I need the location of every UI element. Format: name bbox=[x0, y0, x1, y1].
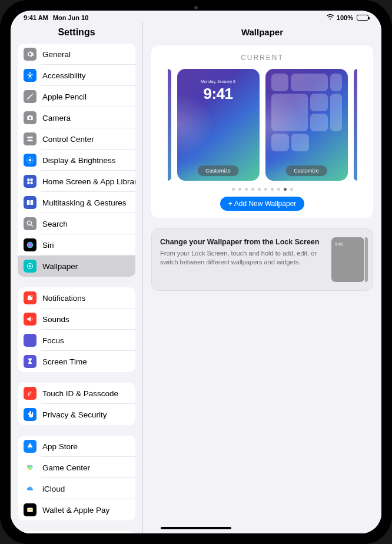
battery-icon bbox=[357, 15, 368, 21]
current-label: CURRENT bbox=[157, 54, 367, 62]
page-dot[interactable] bbox=[238, 188, 241, 191]
svg-point-14 bbox=[29, 265, 31, 267]
sidebar-item-label: Screen Time bbox=[42, 357, 87, 366]
lock-screen-preview[interactable]: Monday, January 8 9:41 Customize bbox=[177, 69, 260, 181]
sidebar-item-label: Display & Brightness bbox=[42, 156, 116, 165]
sidebar-item-control-center[interactable]: Control Center bbox=[18, 128, 135, 150]
preview-peek-left[interactable] bbox=[168, 69, 171, 181]
sidebar-item-label: Multitasking & Gestures bbox=[42, 198, 127, 207]
status-bar: 9:41 AM Mon Jun 10 100% bbox=[11, 11, 381, 22]
lock-screen-tip-card: Change your Wallpaper from the Lock Scre… bbox=[151, 228, 373, 291]
camera-icon bbox=[24, 111, 36, 124]
svg-rect-2 bbox=[27, 137, 32, 138]
sidebar-item-search[interactable]: Search bbox=[18, 213, 135, 234]
page-dot[interactable] bbox=[264, 188, 267, 191]
search-icon bbox=[24, 217, 36, 230]
toggles-icon bbox=[24, 132, 36, 145]
customize-lock-button[interactable]: Customize bbox=[197, 165, 239, 176]
sidebar-item-accessibility[interactable]: Accessibility bbox=[18, 65, 135, 86]
page-dot[interactable] bbox=[258, 188, 261, 191]
sidebar-item-display-brightness[interactable]: Display & Brightness bbox=[18, 150, 135, 171]
sidebar-item-multitasking-gestures[interactable]: Multitasking & Gestures bbox=[18, 192, 135, 213]
sidebar-item-notifications[interactable]: Notifications bbox=[18, 287, 135, 309]
sidebar-item-label: Sounds bbox=[42, 315, 69, 324]
sidebar-item-camera[interactable]: Camera bbox=[18, 107, 135, 128]
sidebar-item-screen-time[interactable]: Screen Time bbox=[18, 351, 135, 372]
sidebar-item-icloud[interactable]: iCloud bbox=[18, 478, 135, 499]
sidebar-item-label: App Store bbox=[42, 442, 78, 451]
add-new-wallpaper-button[interactable]: + Add New Wallpaper bbox=[220, 197, 305, 211]
sidebar-item-app-store[interactable]: App Store bbox=[18, 436, 135, 457]
sidebar-item-label: Privacy & Security bbox=[42, 410, 107, 419]
multitask-icon bbox=[24, 196, 36, 209]
sidebar-item-apps[interactable]: Apps bbox=[18, 531, 135, 533]
page-dot[interactable] bbox=[277, 188, 280, 191]
page-dot[interactable] bbox=[284, 188, 287, 191]
sidebar-item-game-center[interactable]: Game Center bbox=[18, 457, 135, 478]
hourglass-icon bbox=[24, 355, 36, 368]
current-wallpaper-card: CURRENT Monday, January 8 9:41 Customize bbox=[151, 45, 373, 218]
page-dot[interactable] bbox=[251, 188, 254, 191]
lock-time: 9:41 bbox=[201, 85, 235, 103]
hand-icon bbox=[24, 408, 36, 421]
home-screen-preview[interactable]: Customize bbox=[265, 69, 348, 181]
svg-point-24 bbox=[28, 466, 32, 469]
siri-icon bbox=[24, 238, 36, 251]
sidebar-item-wallet-apple-pay[interactable]: Wallet & Apple Pay bbox=[18, 499, 135, 520]
sidebar-item-home-screen-app-library[interactable]: Home Screen & App Library bbox=[18, 171, 135, 192]
sidebar-item-label: Siri bbox=[42, 241, 54, 250]
battery-percent: 100% bbox=[337, 14, 353, 21]
customize-home-button[interactable]: Customize bbox=[285, 165, 327, 176]
sidebar-item-label: Focus bbox=[42, 336, 64, 345]
settings-sidebar: Settings GeneralAccessibilityApple Penci… bbox=[11, 22, 143, 533]
sidebar-item-label: Control Center bbox=[42, 135, 94, 144]
pencil-icon bbox=[24, 90, 36, 103]
page-dot[interactable] bbox=[232, 188, 235, 191]
page-dot[interactable] bbox=[271, 188, 274, 191]
icloud-icon bbox=[24, 482, 36, 495]
svg-point-20 bbox=[31, 295, 33, 297]
svg-rect-6 bbox=[31, 178, 33, 181]
svg-rect-3 bbox=[27, 140, 32, 141]
status-date: Mon Jun 10 bbox=[53, 14, 89, 21]
svg-rect-26 bbox=[27, 509, 32, 510]
gamecenter-icon bbox=[24, 461, 36, 474]
sidebar-item-label: iCloud bbox=[42, 485, 65, 493]
home-indicator[interactable] bbox=[161, 527, 231, 529]
sidebar-item-general[interactable]: General bbox=[18, 44, 135, 65]
fingerprint-icon bbox=[24, 387, 36, 400]
panel-title: Wallpaper bbox=[143, 22, 381, 45]
svg-point-4 bbox=[29, 159, 32, 162]
preview-peek-right[interactable] bbox=[354, 69, 357, 181]
svg-point-17 bbox=[27, 266, 28, 266]
sidebar-item-label: Camera bbox=[42, 114, 71, 122]
speaker-icon bbox=[24, 313, 36, 326]
accessibility-icon bbox=[24, 69, 36, 82]
svg-point-15 bbox=[29, 263, 30, 264]
sidebar-item-label: Search bbox=[42, 220, 68, 228]
sidebar-item-touch-id-passcode[interactable]: Touch ID & Passcode bbox=[18, 383, 135, 404]
wallpaper-icon bbox=[24, 260, 36, 273]
sidebar-title: Settings bbox=[11, 22, 142, 44]
grid-icon bbox=[24, 175, 36, 188]
sidebar-item-wallpaper[interactable]: Wallpaper bbox=[18, 256, 135, 277]
appstore-icon bbox=[24, 440, 36, 453]
sidebar-item-apple-pencil[interactable]: Apple Pencil bbox=[18, 86, 135, 107]
sidebar-item-label: General bbox=[42, 50, 71, 59]
sidebar-item-sounds[interactable]: Sounds bbox=[18, 309, 135, 330]
lock-date: Monday, January 8 bbox=[201, 79, 235, 84]
sidebar-item-focus[interactable]: Focus bbox=[18, 330, 135, 351]
wallpaper-panel: Wallpaper CURRENT Monday, January 8 9:41 bbox=[143, 22, 381, 533]
page-indicator[interactable] bbox=[157, 188, 367, 191]
svg-rect-10 bbox=[31, 200, 34, 205]
svg-rect-5 bbox=[27, 178, 29, 181]
sidebar-item-label: Home Screen & App Library bbox=[42, 177, 135, 186]
status-time: 9:41 AM bbox=[24, 14, 48, 21]
svg-point-18 bbox=[32, 266, 32, 266]
sidebar-item-label: Apple Pencil bbox=[42, 92, 87, 101]
sidebar-item-label: Wallpaper bbox=[42, 262, 78, 271]
sidebar-item-privacy-security[interactable]: Privacy & Security bbox=[18, 404, 135, 425]
page-dot[interactable] bbox=[245, 188, 248, 191]
sidebar-item-siri[interactable]: Siri bbox=[18, 234, 135, 256]
page-dot[interactable] bbox=[290, 188, 293, 191]
